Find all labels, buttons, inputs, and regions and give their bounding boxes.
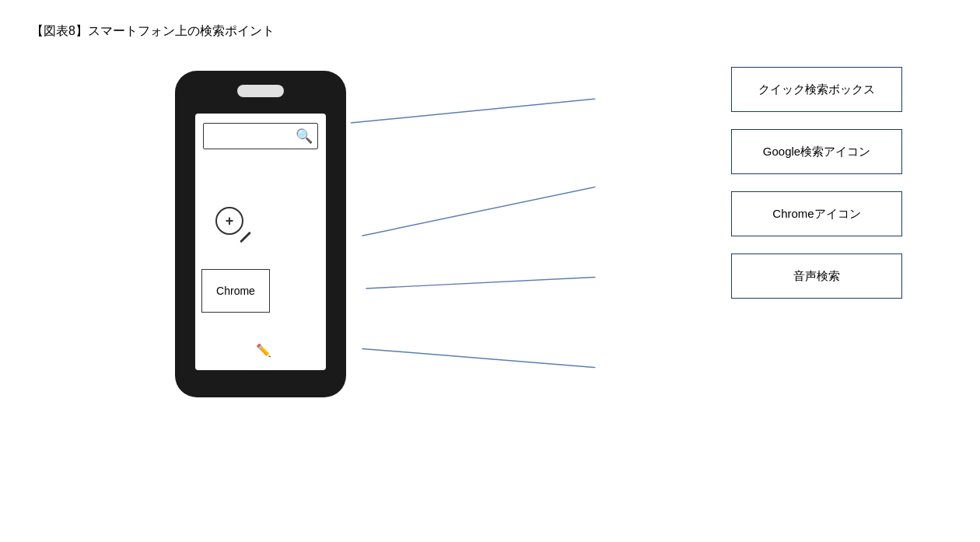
chrome-label: Chrome (216, 285, 255, 297)
screen-search-box: 🔍 (203, 123, 318, 149)
annotation-google-icon: Google検索アイコン (731, 129, 902, 174)
google-magnifier-icon: + (215, 207, 243, 235)
annotation-quick-search-label: クイック検索ボックス (758, 82, 875, 97)
phone-notch (237, 85, 284, 97)
voice-search-icon: ✏️ (256, 343, 271, 358)
svg-line-0 (351, 99, 596, 123)
annotation-google-icon-label: Google検索アイコン (763, 145, 870, 159)
svg-line-2 (366, 277, 595, 288)
annotation-quick-search: クイック検索ボックス (731, 67, 902, 112)
diagram-area: 🔍 + Chrome ✏️ クイック検索ボックス (31, 55, 949, 522)
page-title: 【図表8】スマートフォン上の検索ポイント (31, 23, 949, 40)
annotation-voice-search-label: 音声検索 (793, 269, 840, 284)
phone-illustration: 🔍 + Chrome ✏️ (175, 71, 346, 397)
magnifier-circle: + (215, 207, 243, 235)
annotation-voice-search: 音声検索 (731, 254, 902, 299)
annotation-chrome-icon: Chromeアイコン (731, 191, 902, 236)
phone-screen: 🔍 + Chrome ✏️ (195, 114, 326, 370)
svg-line-1 (362, 187, 595, 236)
chrome-icon-box: Chrome (201, 269, 270, 313)
svg-line-3 (362, 348, 595, 367)
search-magnifier-icon: 🔍 (296, 128, 313, 145)
page-container: 【図表8】スマートフォン上の検索ポイント 🔍 + Chrome (0, 0, 980, 542)
annotations-container: クイック検索ボックス Google検索アイコン Chromeアイコン 音声検索 (731, 67, 902, 299)
plus-symbol: + (226, 214, 234, 228)
annotation-chrome-icon-label: Chromeアイコン (772, 207, 860, 222)
